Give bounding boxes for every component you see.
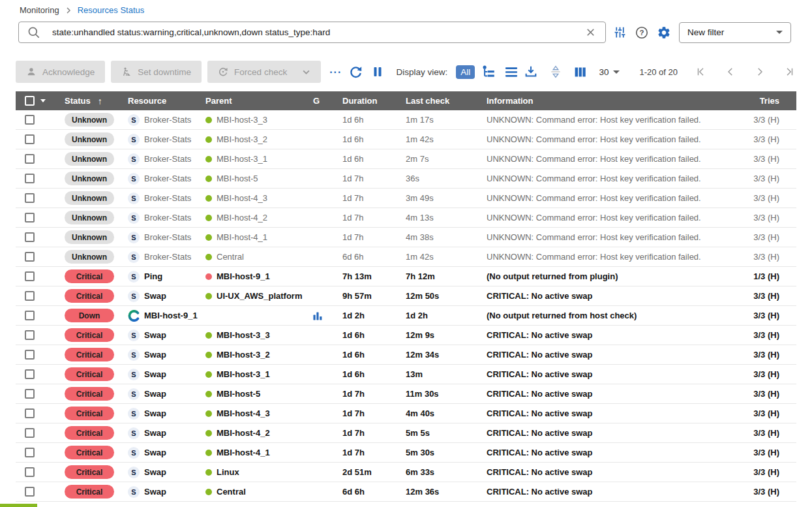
- resource-cell[interactable]: SSwap: [128, 388, 205, 400]
- table-row[interactable]: UnknownSBroker-StatsMBI-host-3_21d 6h1m …: [16, 130, 796, 149]
- table-row[interactable]: CriticalSSwapMBI-host-4_31d 7h4m 40sCRIT…: [16, 404, 796, 423]
- table-row[interactable]: DownMBI-host-9_11d 2h1d 2h(No output ret…: [16, 306, 796, 326]
- parent-name[interactable]: MBI-host-3_1: [217, 154, 267, 164]
- chevron-down-icon[interactable]: [302, 68, 310, 76]
- parent-name[interactable]: MBI-host-3_2: [217, 134, 267, 144]
- view-all-chip[interactable]: All: [456, 65, 475, 79]
- resource-cell[interactable]: SBroker-Stats: [128, 251, 205, 263]
- parent-cell[interactable]: Central: [205, 252, 312, 262]
- row-checkbox[interactable]: [25, 448, 35, 457]
- compact-rows-icon[interactable]: [549, 65, 562, 78]
- resource-cell[interactable]: SSwap: [128, 349, 205, 361]
- column-header-status[interactable]: Status ↑: [65, 96, 128, 106]
- parent-cell[interactable]: MBI-host-4_3: [205, 408, 312, 418]
- resource-cell[interactable]: SSwap: [128, 290, 205, 302]
- parent-cell[interactable]: MBI-host-4_2: [205, 428, 312, 438]
- breadcrumb-resources-status[interactable]: Resources Status: [78, 5, 145, 15]
- set-downtime-button[interactable]: Set downtime: [111, 61, 202, 83]
- resource-name[interactable]: Swap: [144, 448, 166, 457]
- status-badge[interactable]: Critical: [65, 407, 114, 420]
- status-badge[interactable]: Unknown: [65, 250, 114, 264]
- status-badge[interactable]: Critical: [65, 269, 114, 283]
- row-checkbox[interactable]: [25, 369, 35, 379]
- parent-cell[interactable]: MBI-host-5: [205, 389, 312, 399]
- resource-name[interactable]: Broker-Stats: [144, 213, 191, 223]
- parent-cell[interactable]: MBI-host-4_2: [205, 213, 312, 223]
- parent-name[interactable]: MBI-host-9_1: [217, 271, 270, 281]
- resource-name[interactable]: Swap: [144, 369, 166, 379]
- status-badge[interactable]: Unknown: [65, 132, 114, 146]
- row-checkbox[interactable]: [25, 154, 35, 164]
- forced-check-button[interactable]: Forced check: [207, 61, 321, 83]
- export-download-icon[interactable]: [524, 65, 538, 79]
- table-row[interactable]: CriticalSSwapMBI-host-3_21d 6h12m 34sCRI…: [16, 345, 796, 365]
- resource-cell[interactable]: SSwap: [128, 447, 205, 459]
- table-row[interactable]: UnknownSBroker-StatsMBI-host-3_11d 6h2m …: [16, 149, 796, 169]
- status-badge[interactable]: Critical: [65, 387, 114, 401]
- table-row[interactable]: CriticalSSwapMBI-host-3_31d 6h12m 9sCRIT…: [16, 326, 796, 345]
- parent-name[interactable]: MBI-host-4_2: [217, 213, 267, 223]
- parent-cell[interactable]: MBI-host-3_2: [205, 134, 312, 144]
- resource-cell[interactable]: SSwap: [128, 467, 205, 478]
- row-checkbox[interactable]: [25, 487, 35, 497]
- column-header-tries[interactable]: Tries: [731, 96, 796, 106]
- resource-name[interactable]: Broker-Stats: [144, 174, 191, 183]
- row-checkbox[interactable]: [25, 350, 35, 360]
- row-checkbox[interactable]: [25, 252, 35, 262]
- status-badge[interactable]: Unknown: [65, 113, 114, 127]
- select-all-checkbox[interactable]: [25, 96, 35, 106]
- resource-name[interactable]: Swap: [144, 350, 166, 360]
- list-view-icon[interactable]: [504, 65, 519, 80]
- parent-name[interactable]: MBI-host-5: [217, 174, 258, 183]
- clear-search-icon[interactable]: [579, 22, 601, 43]
- table-row[interactable]: UnknownSBroker-StatsMBI-host-4_11d 7h4m …: [16, 228, 796, 247]
- resource-name[interactable]: Broker-Stats: [144, 252, 191, 262]
- resource-cell[interactable]: SBroker-Stats: [128, 232, 205, 243]
- parent-cell[interactable]: UI-UX_AWS_platform: [205, 291, 312, 301]
- more-actions-button[interactable]: ...: [329, 64, 342, 76]
- row-checkbox[interactable]: [25, 115, 35, 125]
- help-icon[interactable]: ?: [631, 22, 653, 43]
- parent-name[interactable]: Linux: [217, 467, 239, 477]
- pause-icon[interactable]: [372, 66, 383, 78]
- resource-name[interactable]: Broker-Stats: [144, 134, 191, 144]
- parent-cell[interactable]: MBI-host-3_2: [205, 350, 312, 360]
- saved-filter-select[interactable]: New filter: [679, 22, 791, 43]
- resource-name[interactable]: Broker-Stats: [144, 154, 191, 164]
- resource-name[interactable]: Swap: [144, 291, 166, 301]
- table-row[interactable]: UnknownSBroker-StatsMBI-host-51d 7h36sUN…: [16, 169, 796, 189]
- status-badge[interactable]: Critical: [65, 485, 114, 499]
- previous-page-button[interactable]: [725, 66, 736, 78]
- resource-cell[interactable]: SSwap: [128, 486, 205, 498]
- table-row[interactable]: CriticalSSwapMBI-host-3_11d 6h13mCRITICA…: [16, 365, 796, 384]
- resource-name[interactable]: Swap: [144, 330, 166, 340]
- status-badge[interactable]: Unknown: [65, 191, 114, 205]
- parent-name[interactable]: MBI-host-5: [217, 389, 260, 399]
- table-row[interactable]: CriticalSSwapMBI-host-4_11d 7h5m 30sCRIT…: [16, 443, 796, 463]
- column-header-parent[interactable]: Parent: [205, 96, 312, 106]
- status-badge[interactable]: Critical: [65, 465, 114, 479]
- status-badge[interactable]: Unknown: [65, 211, 114, 224]
- table-row[interactable]: UnknownSBroker-StatsMBI-host-3_31d 6h1m …: [16, 110, 796, 130]
- resource-cell[interactable]: SPing: [128, 271, 205, 283]
- refresh-icon[interactable]: [349, 65, 363, 79]
- row-checkbox[interactable]: [25, 467, 35, 477]
- parent-name[interactable]: MBI-host-4_3: [217, 193, 267, 203]
- resource-name[interactable]: Swap: [144, 487, 166, 497]
- resource-name[interactable]: Swap: [144, 389, 166, 399]
- status-badge[interactable]: Down: [65, 309, 114, 322]
- settings-gear-icon[interactable]: [653, 22, 675, 43]
- resource-cell[interactable]: SSwap: [128, 408, 205, 420]
- status-badge[interactable]: Unknown: [65, 172, 114, 185]
- first-page-button[interactable]: [695, 66, 707, 78]
- parent-cell[interactable]: Central: [205, 487, 312, 497]
- parent-name[interactable]: UI-UX_AWS_platform: [217, 291, 302, 301]
- parent-name[interactable]: Central: [217, 252, 244, 262]
- acknowledge-button[interactable]: Acknowledge: [16, 61, 105, 83]
- status-badge[interactable]: Unknown: [65, 230, 114, 244]
- column-header-duration[interactable]: Duration: [342, 96, 406, 106]
- resource-name[interactable]: Swap: [144, 408, 166, 418]
- resource-cell[interactable]: SBroker-Stats: [128, 153, 205, 165]
- parent-name[interactable]: MBI-host-3_3: [217, 115, 267, 125]
- tune-filters-icon[interactable]: [609, 22, 631, 43]
